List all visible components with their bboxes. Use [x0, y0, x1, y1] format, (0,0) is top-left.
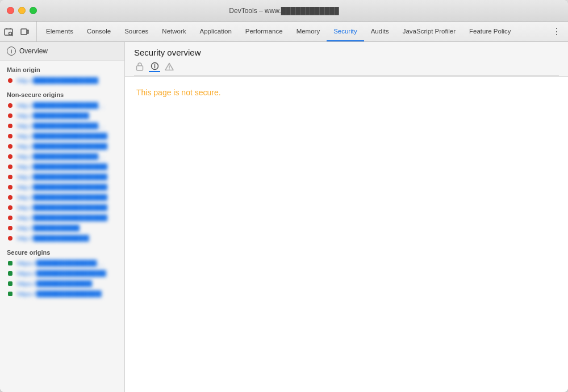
- origin-url: http://████████████████: [17, 143, 107, 150]
- sidebar-overview[interactable]: i Overview: [0, 42, 124, 61]
- info-icon: i: [7, 47, 16, 56]
- content-title: Security overview: [134, 48, 559, 57]
- main-area: i Overview Main origin http://██████████…: [0, 42, 568, 392]
- warning-icon[interactable]: [164, 61, 175, 72]
- insecure-dot: [8, 165, 12, 169]
- origin-url: http://████████████████: [17, 184, 107, 191]
- tab-console[interactable]: Console: [80, 22, 118, 41]
- tab-memory[interactable]: Memory: [290, 22, 327, 41]
- insecure-dot: [8, 154, 12, 159]
- insecure-dot: [8, 134, 12, 138]
- overview-label: Overview: [19, 47, 48, 55]
- origin-url: https://███████████████: [17, 270, 106, 277]
- tab-javascript-profiler[interactable]: JavaScript Profiler: [396, 22, 462, 41]
- insecure-dot: [8, 78, 12, 83]
- origin-url: http://████████████: [17, 235, 89, 242]
- insecure-dot: [8, 113, 12, 118]
- content-body: This page is not secure.: [125, 76, 568, 392]
- content-panel: Security overview: [125, 42, 568, 392]
- origin-url: http://██████████████████: [17, 153, 108, 160]
- list-item[interactable]: http://████████████████: [0, 131, 124, 141]
- insecure-dot: [8, 185, 12, 189]
- list-item[interactable]: http://██████████████████: [0, 151, 124, 162]
- list-item[interactable]: http://████████████████: [0, 172, 124, 182]
- list-item[interactable]: http://████████████████: [0, 162, 124, 172]
- insecure-dot: [8, 236, 12, 241]
- list-item[interactable]: http://████████████████: [0, 182, 124, 192]
- list-item[interactable]: https://██████████████: [0, 289, 124, 299]
- secure-dot: [8, 271, 12, 276]
- title-bar: DevTools – www.████████████: [0, 0, 568, 22]
- list-item[interactable]: http://████████████████████: [0, 100, 124, 111]
- list-item[interactable]: https://█████████████████: [0, 258, 124, 268]
- origin-url: http://████████████████: [17, 204, 107, 211]
- main-origin-url: http://██████████████: [17, 77, 98, 84]
- svg-rect-2: [21, 29, 27, 35]
- insecure-dot: [8, 205, 12, 210]
- info-circle-icon[interactable]: [149, 61, 160, 72]
- origin-url: http://████████████████: [17, 194, 107, 201]
- tab-bar: Elements Console Sources Network Applica…: [0, 22, 568, 42]
- origin-url: http://████████████████: [17, 214, 107, 221]
- not-secure-message: This page is not secure.: [136, 88, 557, 97]
- tab-security[interactable]: Security: [327, 22, 364, 41]
- insecure-dot: [8, 216, 12, 220]
- window-title: DevTools – www.████████████: [229, 7, 339, 15]
- insecure-dot: [8, 195, 12, 200]
- list-item[interactable]: http://██████████████████: [0, 121, 124, 131]
- close-button[interactable]: [7, 7, 14, 14]
- origin-url: https://██████████████: [17, 290, 102, 297]
- insecure-dot: [8, 175, 12, 179]
- secure-dot: [8, 281, 12, 286]
- list-item[interactable]: http://████████████: [0, 233, 124, 243]
- tab-performance[interactable]: Performance: [239, 22, 290, 41]
- list-item[interactable]: http://████████████████: [0, 141, 124, 151]
- main-origin-item[interactable]: http://██████████████: [0, 75, 124, 86]
- origin-url: http://████████████████: [17, 163, 107, 170]
- minimize-button[interactable]: [18, 7, 26, 14]
- list-item[interactable]: http://████████████████: [0, 203, 124, 213]
- insecure-dot: [8, 103, 12, 108]
- tab-sources[interactable]: Sources: [118, 22, 155, 41]
- origin-url: http://██████████: [17, 225, 80, 231]
- tab-audits[interactable]: Audits: [364, 22, 396, 41]
- origin-url: http://████████████████████: [17, 102, 108, 109]
- sidebar: i Overview Main origin http://██████████…: [0, 42, 125, 392]
- security-icons-row: [134, 61, 559, 76]
- insecure-dot: [8, 226, 12, 230]
- svg-rect-3: [27, 30, 28, 33]
- inspect-icon[interactable]: [2, 26, 15, 38]
- device-icon[interactable]: [18, 26, 31, 38]
- main-origin-label: Main origin: [0, 61, 124, 75]
- list-item[interactable]: http://████████████: [0, 111, 124, 121]
- origin-url: http://████████████████: [17, 133, 107, 140]
- tab-feature-policy[interactable]: Feature Policy: [462, 22, 518, 41]
- list-item[interactable]: https://███████████████: [0, 268, 124, 279]
- list-item[interactable]: https://████████████: [0, 279, 124, 289]
- origin-url: http://██████████████████: [17, 123, 108, 129]
- list-item[interactable]: http://████████████████: [0, 213, 124, 223]
- list-item[interactable]: http://████████████████: [0, 192, 124, 203]
- secure-dot: [8, 261, 12, 265]
- tab-network[interactable]: Network: [155, 22, 193, 41]
- maximize-button[interactable]: [30, 7, 37, 14]
- secure-origins-label: Secure origins: [0, 243, 124, 258]
- svg-rect-4: [137, 66, 143, 70]
- tab-application[interactable]: Application: [193, 22, 239, 41]
- origin-url: https://████████████: [17, 280, 92, 287]
- content-header: Security overview: [125, 42, 568, 76]
- secure-dot: [8, 292, 12, 296]
- origin-url: http://████████████: [17, 112, 89, 119]
- toolbar-icons: [2, 22, 37, 41]
- traffic-lights: [0, 7, 37, 14]
- insecure-dot: [8, 124, 12, 128]
- lock-icon[interactable]: [134, 61, 145, 72]
- tabs: Elements Console Sources Network Applica…: [39, 22, 548, 41]
- origin-url: http://████████████████: [17, 174, 107, 180]
- more-tabs-button[interactable]: ⋮: [548, 22, 566, 41]
- list-item[interactable]: http://██████████: [0, 223, 124, 233]
- tab-elements[interactable]: Elements: [39, 22, 80, 41]
- origin-url: https://█████████████████: [17, 260, 108, 267]
- insecure-dot: [8, 144, 12, 149]
- non-secure-origins-label: Non-secure origins: [0, 86, 124, 100]
